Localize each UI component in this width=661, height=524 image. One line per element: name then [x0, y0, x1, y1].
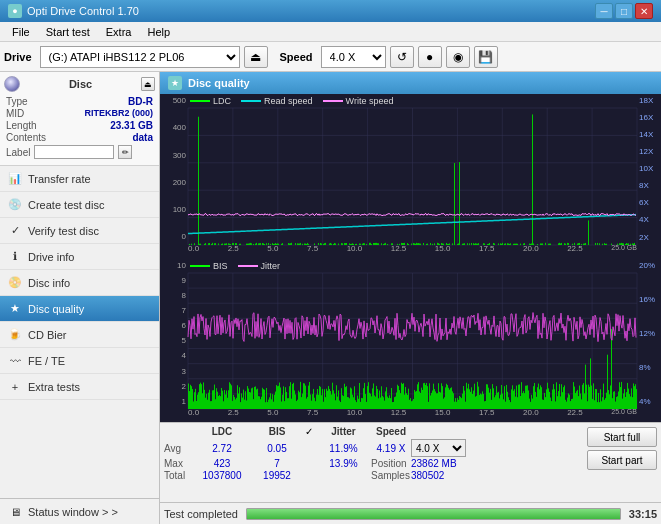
stats-col-ldc: LDC	[192, 426, 252, 437]
disc-label-key: Label	[6, 147, 30, 158]
extra-tests-label: Extra tests	[28, 381, 80, 393]
content-icon: ★	[168, 76, 182, 90]
chart-bottom-y-right: 20% 16% 12% 8% 4%	[637, 259, 661, 409]
menu-bar: File Start test Extra Help	[0, 22, 661, 42]
stats-max-ldc: 423	[192, 458, 252, 469]
sidebar-item-extra-tests[interactable]: + Extra tests	[0, 374, 159, 400]
cd-bier-label: CD Bier	[28, 329, 67, 341]
toolbar: Drive (G:) ATAPI iHBS112 2 PL06 ⏏ Speed …	[0, 42, 661, 72]
sidebar-item-disc-quality[interactable]: ★ Disc quality	[0, 296, 159, 322]
disc-label-edit-btn[interactable]: ✏	[118, 145, 132, 159]
drive-info-icon: ℹ	[8, 250, 22, 264]
disc-icon	[4, 76, 20, 92]
chart-bottom-x: 0.0 2.5 5.0 7.5 10.0 12.5 15.0 17.5 20.0…	[188, 408, 637, 422]
maximize-button[interactable]: □	[615, 3, 633, 19]
sidebar-item-drive-info[interactable]: ℹ Drive info	[0, 244, 159, 270]
chart-bottom-canvas	[160, 259, 661, 423]
disc-info-icon: 📀	[8, 276, 22, 290]
sidebar-item-disc-info[interactable]: 📀 Disc info	[0, 270, 159, 296]
chart-top-y-left: 500 400 300 200 100 0	[160, 94, 188, 244]
verify-test-disc-icon: ✓	[8, 224, 22, 238]
toolbar-btn-1[interactable]: ↺	[390, 46, 414, 68]
legend-jitter: Jitter	[261, 261, 281, 271]
stats-avg-speed: 4.19 X	[371, 443, 411, 454]
chart-bottom-y-left: 10 9 8 7 6 5 4 3 2 1	[160, 259, 188, 409]
menu-item-extra[interactable]: Extra	[98, 24, 140, 40]
toolbar-btn-2[interactable]: ●	[418, 46, 442, 68]
menu-item-file[interactable]: File	[4, 24, 38, 40]
app-title: Opti Drive Control 1.70	[27, 5, 139, 17]
start-part-button[interactable]: Start part	[587, 450, 657, 470]
stats-speed-select[interactable]: 4.0 X	[411, 439, 466, 457]
stats-total-label: Total	[164, 470, 192, 481]
chart-top-x: 0.0 2.5 5.0 7.5 10.0 12.5 15.0 17.5 20.0…	[188, 244, 637, 258]
legend-write-speed: Write speed	[346, 96, 394, 106]
disc-contents-key: Contents	[6, 132, 46, 143]
status-window-label: Status window > >	[28, 506, 118, 518]
stats-samples-val: 380502	[411, 470, 466, 481]
start-full-button[interactable]: Start full	[587, 427, 657, 447]
toolbar-btn-3[interactable]: ◉	[446, 46, 470, 68]
stats-avg-bis: 0.05	[252, 443, 302, 454]
content-header: ★ Disc quality	[160, 72, 661, 94]
sidebar-item-verify-test-disc[interactable]: ✓ Verify test disc	[0, 218, 159, 244]
disc-length-val: 23.31 GB	[110, 120, 153, 131]
progress-bar-container	[246, 508, 621, 520]
chart-top-canvas	[160, 94, 661, 259]
status-window-icon: 🖥	[8, 505, 22, 519]
sidebar-item-transfer-rate[interactable]: 📊 Transfer rate	[0, 166, 159, 192]
fe-te-label: FE / TE	[28, 355, 65, 367]
stats-max-jitter: 13.9%	[316, 458, 371, 469]
chart-top-y-right: 18X 16X 14X 12X 10X 8X 6X 4X 2X	[637, 94, 661, 244]
drive-info-label: Drive info	[28, 251, 74, 263]
content-title: Disc quality	[188, 77, 250, 89]
stats-total-bis: 19952	[252, 470, 302, 481]
cd-bier-icon: 🍺	[8, 328, 22, 342]
stats-avg-ldc: 2.72	[192, 443, 252, 454]
stats-position-val: 23862 MB	[411, 458, 466, 469]
stats-col-bis: BIS	[252, 426, 302, 437]
disc-info-label: Disc info	[28, 277, 70, 289]
disc-contents-val: data	[132, 132, 153, 143]
content-area: ★ Disc quality LDC Read speed	[160, 72, 661, 524]
status-bar: Test completed 33:15	[160, 502, 661, 524]
legend-ldc: LDC	[213, 96, 231, 106]
disc-label: Disc	[69, 78, 92, 90]
sidebar-item-create-test-disc[interactable]: 💿 Create test disc	[0, 192, 159, 218]
sidebar-item-fe-te[interactable]: 〰 FE / TE	[0, 348, 159, 374]
drive-label: Drive	[4, 51, 32, 63]
close-button[interactable]: ✕	[635, 3, 653, 19]
chart-top-legend: LDC Read speed Write speed	[190, 96, 393, 106]
fe-te-icon: 〰	[8, 354, 22, 368]
menu-item-help[interactable]: Help	[139, 24, 178, 40]
stats-col-speed-label: Speed	[371, 426, 411, 437]
transfer-rate-icon: 📊	[8, 172, 22, 186]
chart-top: LDC Read speed Write speed 500 400 300	[160, 94, 661, 259]
disc-label-input[interactable]	[34, 145, 114, 159]
disc-panel: Disc ⏏ Type BD-R MID RITEKBR2 (000) Leng…	[0, 72, 159, 166]
disc-length-key: Length	[6, 120, 37, 131]
stats-avg-jitter: 11.9%	[316, 443, 371, 454]
create-test-disc-label: Create test disc	[28, 199, 104, 211]
legend-bis: BIS	[213, 261, 228, 271]
stats-samples-label: Samples	[371, 470, 411, 481]
menu-item-start-test[interactable]: Start test	[38, 24, 98, 40]
toolbar-btn-4[interactable]: 💾	[474, 46, 498, 68]
sidebar-item-cd-bier[interactable]: 🍺 CD Bier	[0, 322, 159, 348]
speed-select[interactable]: 4.0 X	[321, 46, 386, 68]
disc-eject-btn[interactable]: ⏏	[141, 77, 155, 91]
eject-button[interactable]: ⏏	[244, 46, 268, 68]
disc-mid-val: RITEKBR2 (000)	[84, 108, 153, 119]
disc-quality-label: Disc quality	[28, 303, 84, 315]
stats-bar: LDC BIS ✓ Jitter Speed Avg 2.72 0.05 11.…	[160, 422, 661, 502]
legend-read-speed: Read speed	[264, 96, 313, 106]
create-test-disc-icon: 💿	[8, 198, 22, 212]
disc-quality-icon: ★	[8, 302, 22, 316]
status-window-btn[interactable]: 🖥 Status window > >	[0, 498, 159, 524]
extra-tests-icon: +	[8, 380, 22, 394]
drive-select[interactable]: (G:) ATAPI iHBS112 2 PL06	[40, 46, 240, 68]
minimize-button[interactable]: ─	[595, 3, 613, 19]
sidebar: Disc ⏏ Type BD-R MID RITEKBR2 (000) Leng…	[0, 72, 160, 524]
app-icon: ●	[8, 4, 22, 18]
stats-max-bis: 7	[252, 458, 302, 469]
